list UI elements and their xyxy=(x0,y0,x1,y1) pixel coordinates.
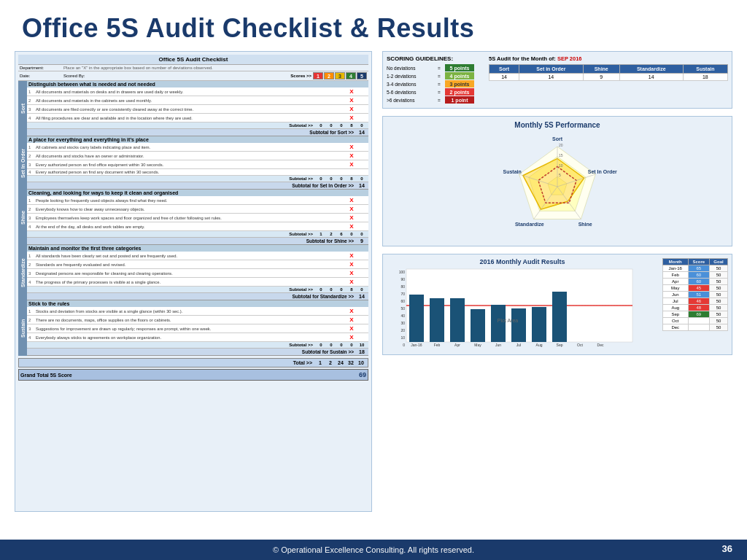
month-cell: May xyxy=(663,285,689,292)
sub-val-0: 1 xyxy=(316,232,326,236)
item-mark-col4: X xyxy=(347,106,357,112)
subtotal-for-row-shine: Subtotal for Shine >> 9 xyxy=(27,238,368,245)
goal-cell: 50 xyxy=(710,292,728,298)
goal-cell: 50 xyxy=(710,311,728,318)
subtotal-row-sort: Subtotal >>00080 xyxy=(27,122,368,129)
section-hdr-sustain: Stick to the rules xyxy=(27,300,368,307)
item-row: 1 Stocks and deviation from stocks are v… xyxy=(27,307,368,316)
item-mark-col4: X xyxy=(347,114,357,121)
item-row: 1 All documents and materials on desks a… xyxy=(27,88,368,96)
item-row: 2 All documents and stocks have an owner… xyxy=(27,152,368,160)
svg-text:Sep: Sep xyxy=(557,343,563,347)
month-cell: Jul xyxy=(663,298,689,305)
item-num: 3 xyxy=(28,163,36,167)
svg-text:10: 10 xyxy=(559,163,563,168)
section-label-standardize: Standardize xyxy=(18,245,27,300)
item-mark-col4: X xyxy=(347,325,357,332)
page-footer: © Operational Excellence Consulting. All… xyxy=(0,540,747,560)
score-cell: 51 xyxy=(688,292,710,298)
goal-header: Goal xyxy=(710,259,728,265)
scoring-dev: No deviations xyxy=(387,66,438,71)
scoring-eq: = xyxy=(438,90,445,95)
item-row: 2 All documents and materials in the cab… xyxy=(27,96,368,105)
svg-text:Dec: Dec xyxy=(597,343,604,347)
item-text: Every authorized person an find any docu… xyxy=(36,170,316,174)
item-num: 2 xyxy=(28,98,36,103)
sub-val-1: 2 xyxy=(326,232,336,236)
scoring-pts: 2 points xyxy=(445,88,474,96)
item-num: 1 xyxy=(28,254,36,258)
item-num: 1 xyxy=(28,309,36,314)
item-text: Everybody knows how to clear away unnece… xyxy=(36,207,316,211)
total-val-4: 32 xyxy=(346,360,356,365)
svg-text:80: 80 xyxy=(400,284,405,289)
subtotal-for-val: 14 xyxy=(357,130,367,135)
svg-text:90: 90 xyxy=(400,277,405,281)
subtotal-label: Subtotal >> xyxy=(289,232,313,236)
section-content-set in order: A place for everything and everything in… xyxy=(27,136,368,190)
radar-title: Monthly 5S Performance xyxy=(514,121,600,129)
sub-val-3: 8 xyxy=(347,123,357,128)
score-cell: 45 xyxy=(688,285,710,292)
total-row: Total >> 1 2 24 32 10 xyxy=(18,358,368,368)
scores-label: Scores >> xyxy=(290,74,311,78)
sub-val-4: 0 xyxy=(357,123,367,128)
svg-text:Shine: Shine xyxy=(578,222,592,227)
monthly-table: Month Score Goal Jan-16 65 50 Feb 60 50 … xyxy=(662,258,728,331)
list-item: Jan-16 65 50 xyxy=(663,265,728,272)
svg-text:15: 15 xyxy=(559,153,563,158)
checklist-title: Office 5S Audit Checklist xyxy=(18,55,368,65)
bar-jun xyxy=(491,305,506,342)
item-num: 1 xyxy=(28,90,36,94)
item-num: 2 xyxy=(28,318,36,322)
svg-text:Sustain: Sustain xyxy=(503,169,522,174)
total-label: Total >> xyxy=(293,360,312,365)
item-mark-col4: X xyxy=(347,261,357,268)
subtotal-label: Subtotal >> xyxy=(289,176,313,181)
svg-text:20: 20 xyxy=(400,328,405,332)
item-mark-col4: X xyxy=(347,252,357,259)
item-num: 4 xyxy=(28,116,36,120)
item-num: 4 xyxy=(28,280,36,284)
section-hdr-standardize: Maintain and monitor the first three cat… xyxy=(27,245,368,252)
audit-td: 14 xyxy=(519,74,584,81)
item-mark-col4: X xyxy=(347,152,357,159)
scoring-title: SCORING GUIDELINES: xyxy=(387,55,481,62)
section-content-sort: Distinguish between what is needed and n… xyxy=(27,81,368,136)
checklist-panel: Office 5S Audit Checklist Department: Pl… xyxy=(15,51,372,512)
scoring-dev: >6 deviations xyxy=(387,98,438,103)
item-mark-col4: X xyxy=(347,97,357,104)
audit-month-table: 5S Audit for the Month of: SEP 2016 Sort… xyxy=(489,55,728,104)
item-text: People looking for frequently used objec… xyxy=(36,198,316,203)
item-num: 4 xyxy=(28,225,36,229)
scoring-eq: = xyxy=(438,74,445,79)
radar-chart: SortSet In OrderShineStandardizeSustain5… xyxy=(441,132,674,241)
item-row: 4 Every authorized person an find any do… xyxy=(27,169,368,176)
item-text: Employees themselves keep work spaces an… xyxy=(36,216,316,220)
audit-th: Set in Order xyxy=(519,65,584,74)
bar-section: 2016 Monthly Audit Results 100 90 80 70 … xyxy=(382,254,732,355)
date-scored-row: Date: Scored By: Scores >> 1 2 3 4 5 xyxy=(18,71,368,81)
dept-row: Department: Place an "X" in the appropri… xyxy=(18,65,368,71)
item-row: 3 Employees themselves keep work spaces … xyxy=(27,214,368,222)
sub-val-1: 0 xyxy=(326,176,336,181)
page-title: Office 5S Audit Checklist & Results xyxy=(22,13,725,44)
item-mark-col4: X xyxy=(347,308,357,314)
sub-val-3: 0 xyxy=(347,343,357,347)
scoring-row: 3-4 deviations = 3 points xyxy=(387,80,481,88)
item-mark-col4: X xyxy=(347,88,357,95)
subtotal-label: Subtotal >> xyxy=(289,287,313,292)
sub-val-0: 0 xyxy=(316,123,326,128)
scoring-row: No deviations = 5 points xyxy=(387,64,481,71)
sub-val-2: 0 xyxy=(336,176,347,181)
svg-text:5: 5 xyxy=(559,173,561,177)
item-mark-col4: X xyxy=(347,144,357,150)
list-item: Apr 60 50 xyxy=(663,279,728,285)
section-sort: SortDistinguish between what is needed a… xyxy=(18,81,368,136)
subtotal-for-row-sort: Subtotal for Sort >> 14 xyxy=(27,129,368,136)
audit-th: Sort xyxy=(489,65,519,74)
audit-month-highlight: SEP 2016 xyxy=(557,55,582,62)
bar-jul xyxy=(511,308,526,342)
scoring-row: 1-2 deviations = 4 points xyxy=(387,72,481,79)
item-mark-col4: X xyxy=(347,206,357,212)
